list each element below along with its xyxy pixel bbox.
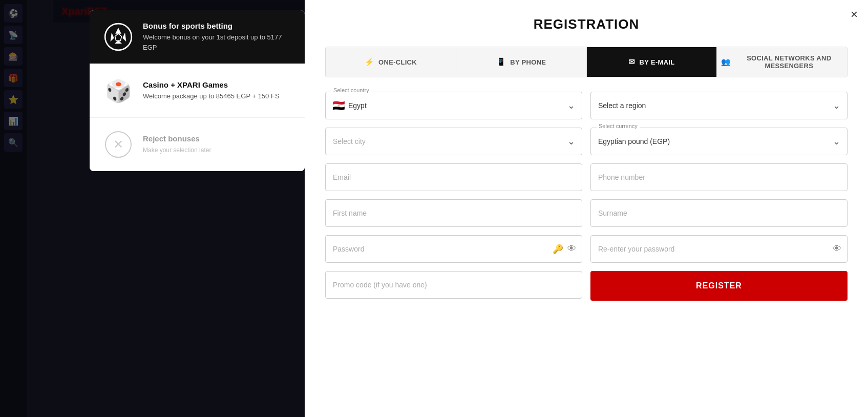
svg-marker-5: [115, 34, 122, 41]
repassword-eye-icon[interactable]: 👁: [833, 244, 841, 254]
email-icon: ✉: [628, 57, 635, 67]
bonus-item-casino[interactable]: 🎲 Casino + XPARI Games Welcome package u…: [90, 64, 305, 118]
country-label: Select country: [331, 87, 371, 93]
currency-select-wrapper: Egyptian pound (EGP) ⌄: [590, 128, 848, 155]
tab-by-email[interactable]: ✉ BY E-MAIL: [587, 47, 717, 77]
city-select-wrapper: Select city ⌄: [325, 128, 582, 155]
modal-close-button[interactable]: ×: [851, 8, 858, 20]
repassword-input[interactable]: [590, 235, 848, 263]
svg-marker-3: [111, 33, 114, 41]
reject-icon: ✕: [102, 128, 135, 161]
bonus-item-reject[interactable]: ✕ Reject bonuses Make your selection lat…: [90, 118, 305, 171]
email-input[interactable]: [325, 163, 582, 191]
password-eye-icon[interactable]: 👁: [567, 244, 576, 255]
modal-title: REGISTRATION: [325, 16, 848, 32]
bonus-reject-text: Reject bonuses Make your selection later: [143, 134, 211, 155]
currency-select[interactable]: Egyptian pound (EGP): [590, 128, 848, 155]
phone-input[interactable]: [590, 163, 848, 191]
svg-marker-2: [123, 33, 126, 41]
bonus-sports-text: Bonus for sports betting Welcome bonus o…: [143, 22, 292, 52]
email-group: [325, 163, 582, 191]
tab-social[interactable]: 👥 SOCIAL NETWORKS AND MESSENGERS: [717, 47, 847, 77]
svg-point-0: [105, 24, 132, 50]
registration-tabs: ⚡ ONE-CLICK 📱 BY PHONE ✉ BY E-MAIL 👥 SOC…: [325, 47, 848, 77]
lightning-icon: ⚡: [365, 57, 374, 67]
registration-modal: × REGISTRATION ⚡ ONE-CLICK 📱 BY PHONE ✉ …: [305, 0, 868, 417]
register-button[interactable]: REGISTER: [590, 271, 848, 301]
country-select[interactable]: Egypt: [325, 92, 582, 119]
bonus-panel: Bonus for sports betting Welcome bonus o…: [90, 10, 305, 171]
register-group: REGISTER: [590, 271, 848, 301]
region-select[interactable]: Select a region: [590, 92, 848, 119]
firstname-input[interactable]: [325, 199, 582, 227]
promo-group: [325, 271, 582, 301]
phone-group: [590, 163, 848, 191]
country-select-wrapper: 🇪🇬 Egypt ⌄: [325, 92, 582, 119]
svg-marker-1: [116, 28, 121, 34]
registration-form: Select country 🇪🇬 Egypt ⌄ Select a regio…: [325, 92, 848, 301]
firstname-group: [325, 199, 582, 227]
surname-group: [590, 199, 848, 227]
password-icons: 🔑 👁: [553, 244, 576, 255]
city-group: Select city ⌄: [325, 128, 582, 155]
region-group: Select a region ⌄: [590, 92, 848, 119]
surname-input[interactable]: [590, 199, 848, 227]
repassword-group: 👁: [590, 235, 848, 263]
password-key-icon: 🔑: [553, 244, 563, 255]
city-select[interactable]: Select city: [325, 128, 582, 155]
password-group: 🔑 👁: [325, 235, 582, 263]
soccer-ball-icon: [102, 20, 135, 53]
promo-input[interactable]: [325, 271, 582, 299]
region-select-wrapper: Select a region ⌄: [590, 92, 848, 119]
casino-icon: 🎲: [102, 74, 135, 107]
tab-one-click[interactable]: ⚡ ONE-CLICK: [326, 47, 456, 77]
bonus-item-sports[interactable]: Bonus for sports betting Welcome bonus o…: [90, 10, 305, 64]
country-group: Select country 🇪🇬 Egypt ⌄: [325, 92, 582, 119]
repassword-icons: 👁: [833, 244, 841, 254]
tab-by-phone[interactable]: 📱 BY PHONE: [456, 47, 587, 77]
social-icon: 👥: [721, 57, 731, 67]
currency-group: Select currency Egyptian pound (EGP) ⌄: [590, 128, 848, 155]
password-input[interactable]: [325, 235, 582, 263]
currency-label: Select currency: [597, 123, 640, 129]
phone-icon: 📱: [496, 57, 506, 67]
bonus-casino-text: Casino + XPARI Games Welcome package up …: [143, 80, 280, 101]
modal-overlay: Bonus for sports betting Welcome bonus o…: [0, 0, 868, 417]
